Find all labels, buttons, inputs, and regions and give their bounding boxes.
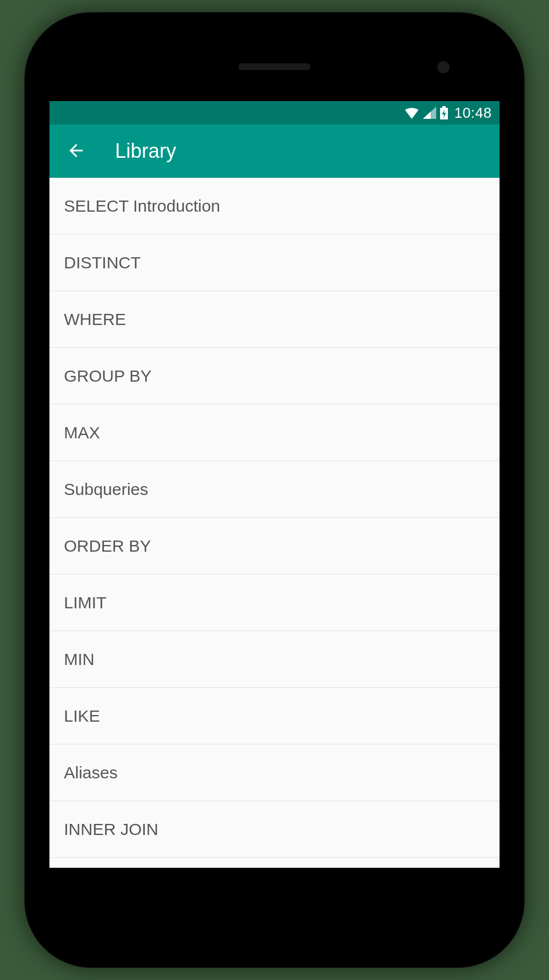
list-item-label: MIN (64, 650, 94, 669)
list-item-label: Subqueries (64, 480, 148, 499)
page-title: Library (115, 139, 176, 163)
phone-front-camera (437, 61, 450, 73)
arrow-back-icon (66, 141, 86, 162)
screen: 10:48 Library SELECT Introduction (49, 101, 500, 868)
list-item[interactable]: LIKE (49, 688, 500, 744)
wifi-icon (404, 107, 420, 119)
list-item-label: LIMIT (64, 593, 107, 612)
list-item-label: MAX (64, 423, 100, 442)
list-item-label: LIKE (64, 707, 100, 726)
list-item[interactable]: Subqueries (49, 461, 500, 518)
status-bar: 10:48 (49, 101, 500, 124)
list-item[interactable]: SELECT Introduction (49, 178, 500, 234)
back-button[interactable] (61, 135, 92, 168)
list-item[interactable]: ORDER BY (49, 518, 500, 574)
list-item-label: SELECT Introduction (64, 197, 220, 216)
list-item-label: DISTINCT (64, 253, 141, 272)
list-item[interactable]: INNER JOIN (49, 801, 500, 858)
list-item[interactable]: MAX (49, 404, 500, 461)
list-item[interactable]: LIMIT (49, 574, 500, 631)
phone-inner: 10:48 Library SELECT Introduction (30, 18, 519, 962)
list-item-label: INNER JOIN (64, 820, 158, 839)
phone-speaker (238, 63, 311, 70)
list-item-label: ORDER BY (64, 537, 151, 556)
library-list: SELECT Introduction DISTINCT WHERE GROUP… (49, 178, 500, 858)
list-item-label: GROUP BY (64, 367, 152, 386)
phone-frame: 10:48 Library SELECT Introduction (24, 12, 525, 968)
list-item[interactable]: WHERE (49, 291, 500, 348)
list-item-label: WHERE (64, 310, 126, 329)
list-item[interactable]: Aliases (49, 744, 500, 801)
list-item[interactable]: GROUP BY (49, 348, 500, 404)
battery-charging-icon (440, 106, 448, 119)
list-item[interactable]: MIN (49, 631, 500, 688)
svg-rect-0 (442, 106, 446, 108)
app-bar: Library (49, 124, 500, 178)
signal-icon (423, 107, 436, 119)
status-time: 10:48 (454, 104, 492, 122)
list-item-label: Aliases (64, 763, 118, 782)
list-item[interactable]: DISTINCT (49, 234, 500, 291)
